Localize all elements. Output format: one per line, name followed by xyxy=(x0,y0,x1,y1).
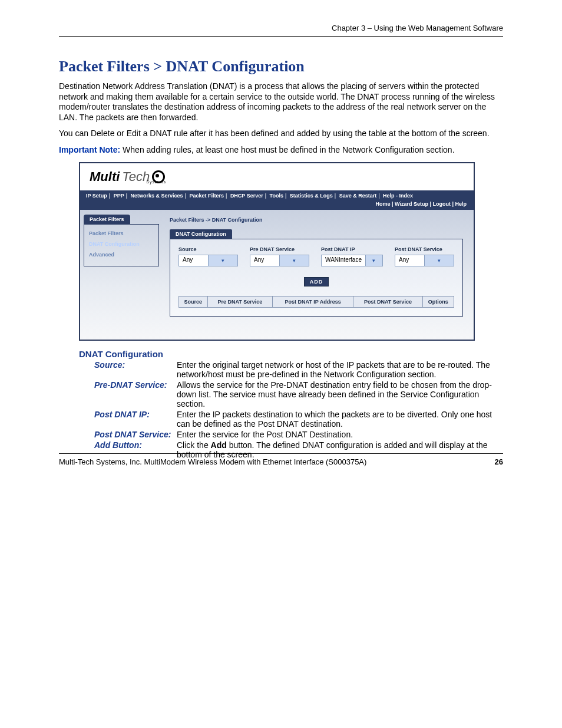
brand-area: MultiTech Systems xyxy=(80,163,474,190)
dnat-config-box: Source Any ▾ Pre DNAT Service Any ▾ xyxy=(170,239,463,317)
sub-nav: Home | Wizard Setup | Logout | Help xyxy=(80,201,474,210)
rules-table: Source Pre DNAT Service Post DNAT IP Add… xyxy=(178,296,454,308)
sidebar-item-packet-filters[interactable]: Packet Filters xyxy=(89,228,154,239)
th-post-dnat-svc: Post DNAT Service xyxy=(353,297,422,308)
nav-stats-logs[interactable]: Statistics & Logs xyxy=(290,193,333,199)
source-select[interactable]: Any ▾ xyxy=(178,255,238,266)
def-post-ip-label: Post DNAT IP: xyxy=(94,410,177,429)
breadcrumb: Packet Filters -> DNAT Configuration xyxy=(170,217,463,223)
chapter-header: Chapter 3 – Using the Web Management Sof… xyxy=(59,24,503,37)
page-title: Packet Filters > DNAT Configuration xyxy=(59,58,503,75)
nav-networks-services[interactable]: Networks & Services xyxy=(131,193,183,199)
sidebar-item-dnat-config[interactable]: DNAT Configuration xyxy=(89,239,154,249)
nav-save-restart[interactable]: Save & Restart xyxy=(339,193,377,199)
th-source: Source xyxy=(179,297,208,308)
main-nav: IP Setup| PPP| Networks & Services| Pack… xyxy=(80,190,474,201)
post-dnat-svc-select[interactable]: Any ▾ xyxy=(395,255,454,266)
chevron-down-icon: ▾ xyxy=(365,255,382,266)
def-pre-dnat-label: Pre-DNAT Service: xyxy=(94,380,177,409)
page-number: 26 xyxy=(495,457,503,466)
nav-ppp[interactable]: PPP xyxy=(114,193,124,199)
footer-text: Multi-Tech Systems, Inc. MultiModem Wire… xyxy=(59,457,366,466)
definition-list: Source: Enter the original target networ… xyxy=(94,360,503,459)
def-post-svc-text: Enter the service for the Post DNAT Dest… xyxy=(177,430,503,439)
sidebar-item-advanced[interactable]: Advanced xyxy=(89,249,154,260)
chevron-down-icon: ▾ xyxy=(424,255,454,266)
box-title: DNAT Configuration xyxy=(170,229,232,239)
section-heading: DNAT Configuration xyxy=(79,349,503,359)
nav-packet-filters[interactable]: Packet Filters xyxy=(189,193,224,199)
pre-dnat-select-value: Any xyxy=(250,255,279,266)
def-source-text: Enter the original target network or hos… xyxy=(177,360,503,379)
def-post-svc-label: Post DNAT Service: xyxy=(94,430,177,439)
chevron-down-icon: ▾ xyxy=(279,255,309,266)
pre-dnat-label: Pre DNAT Service xyxy=(250,246,309,252)
brand-multi: Multi xyxy=(90,169,120,185)
important-note-text: When adding rules, at least one host mus… xyxy=(120,145,454,154)
th-pre-dnat: Pre DNAT Service xyxy=(207,297,273,308)
post-dnat-svc-value: Any xyxy=(395,255,424,266)
important-note: Important Note: When adding rules, at le… xyxy=(59,145,503,156)
pre-dnat-select[interactable]: Any ▾ xyxy=(250,255,309,266)
post-dnat-ip-label: Post DNAT IP xyxy=(321,246,383,252)
subnav-help[interactable]: Help xyxy=(455,201,467,207)
source-select-value: Any xyxy=(179,255,208,266)
th-post-dnat-ip: Post DNAT IP Address xyxy=(273,297,353,308)
source-label: Source xyxy=(178,246,238,252)
th-options: Options xyxy=(422,297,454,308)
intro-paragraph-2: You can Delete or Edit a DNAT rule after… xyxy=(59,129,503,139)
important-note-label: Important Note: xyxy=(59,145,120,154)
nav-help-index[interactable]: Help - Index xyxy=(383,193,413,199)
post-dnat-ip-value: WANInterface xyxy=(322,255,365,266)
sidebar-tab: Packet Filters xyxy=(84,215,130,224)
subnav-wizard[interactable]: Wizard Setup xyxy=(395,201,428,207)
intro-paragraph-1: Destination Network Address Translation … xyxy=(59,81,503,123)
subnav-logout[interactable]: Logout xyxy=(432,201,451,207)
nav-tools[interactable]: Tools xyxy=(270,193,283,199)
nav-dhcp-server[interactable]: DHCP Server xyxy=(230,193,263,199)
add-button[interactable]: ADD xyxy=(304,277,329,286)
def-pre-dnat-text: Allows the service for the Pre-DNAT dest… xyxy=(177,380,503,409)
sidebar: Packet Filters Packet Filters DNAT Confi… xyxy=(80,210,163,340)
page-footer: Multi-Tech Systems, Inc. MultiModem Wire… xyxy=(59,453,503,466)
chevron-down-icon: ▾ xyxy=(208,255,237,266)
embedded-ui: MultiTech Systems IP Setup| PPP| Network… xyxy=(79,162,475,341)
subnav-home[interactable]: Home xyxy=(375,201,390,207)
post-dnat-ip-select[interactable]: WANInterface ▾ xyxy=(321,255,383,266)
def-post-ip-text: Enter the IP packets destination to whic… xyxy=(177,410,503,429)
brand-systems: Systems xyxy=(146,180,166,184)
def-source-label: Source: xyxy=(94,360,177,379)
nav-ip-setup[interactable]: IP Setup xyxy=(86,193,107,199)
brand-tech: Tech xyxy=(122,169,150,185)
post-dnat-svc-label: Post DNAT Service xyxy=(395,246,454,252)
